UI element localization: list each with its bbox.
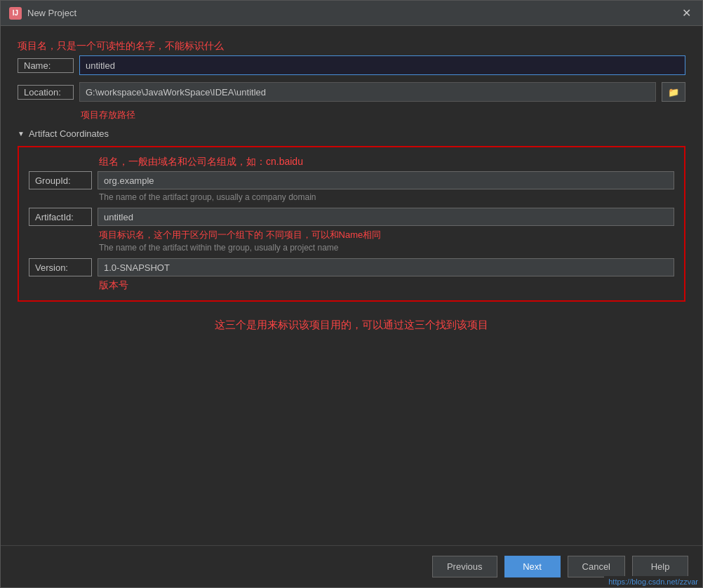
artifactid-desc: The name of the artifact within the grou… [99,243,674,253]
app-icon: IJ [9,7,22,20]
artifactid-annotation: 项目标识名，这个用于区分同一个组下的 不同项目，可以和Name相同 [99,229,674,241]
artifact-section-header: ▼ Artifact Coordinates [18,128,685,139]
bottom-annotation: 这三个是用来标识该项目用的，可以通过这三个找到该项目 [18,319,685,332]
collapse-arrow[interactable]: ▼ [18,130,25,138]
name-input[interactable] [79,55,685,75]
version-label: Version: [29,258,92,276]
version-annotation: 版本号 [99,279,674,292]
title-bar: IJ New Project ✕ [1,1,702,26]
groupid-input[interactable] [98,171,674,189]
dialog-footer: Previous Next Cancel Help https://blog.c… [1,545,702,587]
artifact-coordinates-box: 组名，一般由域名和公司名组成，如：cn.baidu GroupId: The n… [18,146,685,302]
browse-button[interactable]: 📁 [662,82,685,102]
artifactid-label: ArtifactId: [29,208,92,226]
dialog-content: 项目名，只是一个可读性的名字，不能标识什么 Name: Location: 📁 … [1,26,702,545]
location-row: Location: 📁 [18,82,685,102]
title-bar-left: IJ New Project [9,7,76,20]
previous-button[interactable]: Previous [432,556,497,577]
version-input[interactable] [98,258,674,276]
name-annotation: 项目名，只是一个可读性的名字，不能标识什么 [18,40,685,53]
footer-url: https://blog.csdn.net/zzvar [604,576,702,587]
next-button[interactable]: Next [504,556,561,577]
help-button[interactable]: Help [632,556,688,577]
close-button[interactable]: ✕ [679,8,694,19]
cancel-button[interactable]: Cancel [568,556,625,577]
artifact-section-title: Artifact Coordinates [29,128,109,139]
groupid-row: GroupId: [29,171,674,189]
groupid-annotation: 组名，一般由域名和公司名组成，如：cn.baidu [99,156,674,168]
groupid-label: GroupId: [29,171,92,189]
new-project-dialog: IJ New Project ✕ 项目名，只是一个可读性的名字，不能标识什么 N… [0,0,703,588]
location-input[interactable] [79,82,656,102]
name-label: Name: [18,58,74,73]
version-row: Version: [29,258,674,276]
location-label: Location: [18,85,74,100]
artifactid-input[interactable] [98,208,674,226]
artifactid-row: ArtifactId: [29,208,674,226]
location-annotation: 项目存放路径 [81,109,685,121]
name-row: Name: [18,55,685,75]
dialog-title: New Project [27,8,76,18]
groupid-desc: The name of the artifact group, usually … [99,192,674,202]
